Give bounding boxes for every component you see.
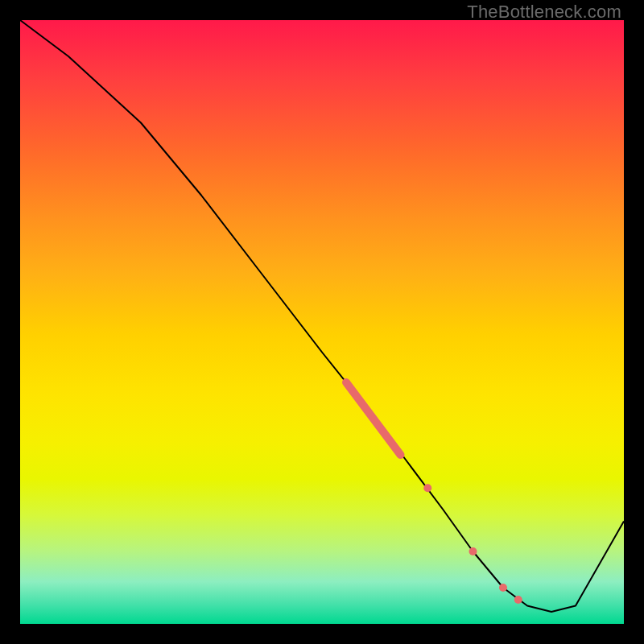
series-bottleneck-curve [20, 20, 624, 612]
chart-container: TheBottleneck.com [0, 0, 644, 644]
marker-dot-b [469, 547, 477, 555]
marker-layer [346, 382, 522, 604]
marker-dot-d [514, 596, 522, 604]
line-layer [20, 20, 624, 612]
chart-svg [20, 20, 624, 624]
marker-dot-a [423, 484, 431, 492]
marker-dot-c [499, 584, 507, 592]
plot-area [20, 20, 624, 624]
marker-thick-segment [346, 382, 401, 455]
